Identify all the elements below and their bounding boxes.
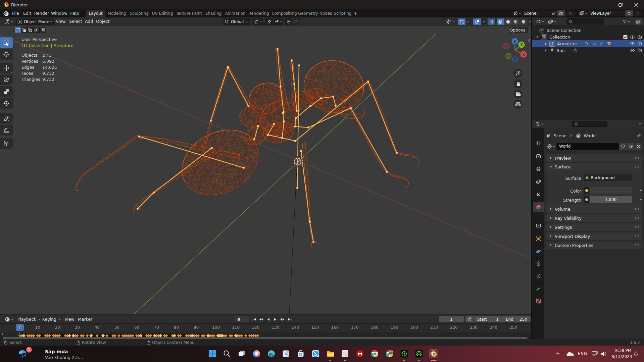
proportional-falloff-selector[interactable]	[293, 18, 300, 25]
select-mode-invert[interactable]	[34, 27, 40, 33]
tab-rendering[interactable]: Rendering	[247, 10, 270, 17]
panel-header-custom-properties[interactable]: Custom Properties	[546, 242, 642, 249]
overlays-dropdown[interactable]	[481, 18, 486, 25]
play-button[interactable]	[272, 318, 279, 321]
menu-file[interactable]: File	[12, 9, 18, 17]
remove-viewlayer-icon[interactable]	[636, 11, 640, 15]
current-frame-field[interactable]: 1	[439, 316, 464, 322]
collection-checkbox[interactable]	[623, 35, 628, 39]
end-frame-field[interactable]: End250	[502, 316, 531, 322]
properties-tab-constraints[interactable]	[533, 258, 544, 268]
gizmos-toggle[interactable]	[458, 18, 465, 25]
pin-icon[interactable]	[637, 133, 641, 138]
restore-button[interactable]	[613, 0, 628, 9]
timeline-menu-marker[interactable]: Marker	[78, 315, 92, 324]
taskbar-app-copilot[interactable]	[252, 349, 261, 358]
new-viewlayer-button[interactable]	[625, 10, 633, 16]
panel-drag-handle[interactable]	[635, 157, 639, 159]
taskbar-app-skype[interactable]	[311, 349, 320, 358]
panel-header-volume[interactable]: Volume	[546, 205, 642, 213]
scene-selector[interactable]: Scene	[511, 10, 576, 16]
timeline-menu-view[interactable]: View	[64, 315, 75, 324]
taskbar-app-snipping[interactable]	[282, 349, 290, 358]
select-mode-extend[interactable]	[21, 27, 28, 33]
unlink-scene-icon[interactable]	[568, 11, 572, 15]
disclosure-triangle-icon[interactable]	[544, 42, 547, 45]
snap-toggle[interactable]	[265, 18, 273, 25]
onedrive-icon[interactable]	[566, 351, 575, 358]
properties-tab-object[interactable]	[533, 234, 544, 244]
properties-tab-render[interactable]	[533, 151, 544, 161]
sidebar-toggle-icon[interactable]	[528, 38, 531, 44]
shading-rendered-button[interactable]	[520, 18, 527, 25]
properties-tab-view-layer[interactable]	[533, 176, 544, 187]
copy-world-button[interactable]	[627, 143, 634, 150]
taskbar-app-taskview[interactable]	[237, 349, 246, 358]
mode-selector[interactable]: Object Mode	[16, 18, 54, 25]
panel-header-settings[interactable]: Settings	[546, 223, 642, 231]
panel-header-surface[interactable]: Surface	[546, 163, 642, 170]
blender-menu-icon[interactable]	[3, 10, 9, 18]
properties-search[interactable]	[572, 121, 607, 127]
viewport-options-button[interactable]: Options	[510, 27, 528, 33]
timeline-menu-keying[interactable]: Keying	[42, 315, 61, 324]
editor-type-button[interactable]	[4, 19, 14, 24]
viewport-menu-view[interactable]: View	[56, 17, 66, 25]
menu-help[interactable]: Help	[69, 9, 78, 17]
panel-header-ray-visibility[interactable]: Ray Visibility	[546, 214, 642, 222]
zoom-button[interactable]	[513, 69, 523, 78]
previous-keyframe-button[interactable]	[258, 318, 264, 321]
panel-drag-handle[interactable]	[635, 244, 639, 247]
shading-material-button[interactable]	[512, 18, 519, 25]
minimize-button[interactable]	[597, 0, 613, 9]
tray-date[interactable]: 8/13/2024	[611, 354, 632, 359]
shading-dropdown[interactable]	[527, 18, 532, 25]
notifications-bell-icon[interactable]	[633, 351, 639, 358]
tool-rotate[interactable]	[0, 74, 13, 85]
orthographic-button[interactable]	[513, 100, 523, 109]
add-workspace-button[interactable]: +	[352, 10, 359, 17]
tab-sculpting[interactable]: Sculpting	[128, 10, 150, 17]
hide-viewport-icon[interactable]	[630, 35, 635, 39]
unlink-world-button[interactable]	[635, 143, 642, 150]
timeline-menu-playback[interactable]: Playback	[17, 315, 41, 324]
tray-language[interactable]: ENG	[578, 351, 587, 356]
properties-tab-bone[interactable]	[533, 283, 544, 294]
animate-strength-dot[interactable]	[640, 199, 642, 200]
properties-options-dropdown[interactable]	[638, 122, 641, 125]
titlebar[interactable]: Blender	[0, 0, 644, 9]
taskbar-app-search[interactable]	[222, 349, 231, 358]
outliner-filter-display[interactable]	[548, 19, 557, 24]
menu-edit[interactable]: Edit	[23, 9, 29, 17]
timeline-editor-type[interactable]	[5, 317, 14, 322]
breadcrumb-scene[interactable]: Scene	[554, 133, 566, 138]
menu-render[interactable]: Render	[34, 9, 46, 17]
taskbar-app-people-app[interactable]	[414, 349, 423, 358]
viewport-3d-scene[interactable]	[0, 25, 531, 314]
proportional-editing-toggle[interactable]	[285, 18, 292, 25]
tool-scale[interactable]	[0, 86, 13, 97]
disclosure-triangle-icon[interactable]	[544, 49, 547, 52]
properties-tab-tool[interactable]	[533, 138, 544, 148]
taskbar-app-store[interactable]	[296, 349, 305, 358]
outliner-filter-button[interactable]	[622, 19, 631, 24]
taskbar-app-explorer[interactable]	[326, 349, 335, 358]
tab-geometry-nodes[interactable]: Geometry Nodes	[298, 10, 332, 17]
record-button[interactable]	[235, 318, 243, 321]
pivot-point-selector[interactable]	[252, 18, 263, 25]
tab-animation[interactable]: Animation	[224, 10, 247, 17]
snap-with-selector[interactable]	[274, 18, 283, 25]
properties-editor-type[interactable]	[535, 121, 544, 126]
tool-select-box[interactable]	[0, 37, 13, 48]
properties-tab-physics[interactable]	[533, 246, 544, 256]
properties-tab-texture[interactable]	[533, 296, 544, 306]
hide-viewport-icon[interactable]	[630, 42, 635, 46]
hide-viewport-icon[interactable]	[630, 49, 635, 52]
taskbar-app-start[interactable]	[208, 349, 216, 358]
viewport-menu-add[interactable]: Add	[85, 17, 93, 25]
previous-frame-button[interactable]	[265, 318, 271, 321]
taskbar-weather-widget[interactable]: 1 Sắp mưa Vào khoảng 2.5...	[17, 347, 114, 361]
viewlayer-selector[interactable]: ViewLayer	[578, 10, 642, 16]
timeline-ruler[interactable]: 1020304050607080901001101201301401501601…	[0, 324, 531, 332]
tab-layout[interactable]: Layout	[86, 10, 105, 17]
